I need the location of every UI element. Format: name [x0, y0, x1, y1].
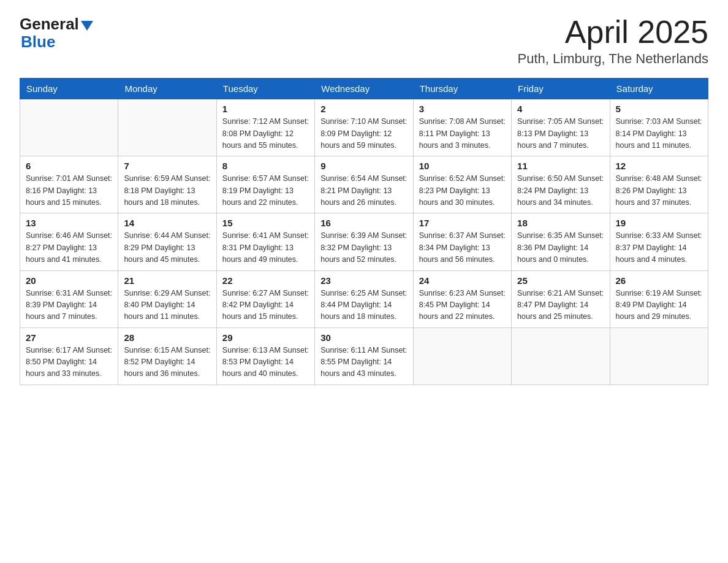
calendar-cell: 24Sunrise: 6:23 AM Sunset: 8:45 PM Dayli… [413, 270, 511, 327]
calendar-week-row: 27Sunrise: 6:17 AM Sunset: 8:50 PM Dayli… [20, 327, 708, 385]
day-info: Sunrise: 6:21 AM Sunset: 8:47 PM Dayligh… [517, 288, 604, 323]
day-info: Sunrise: 6:29 AM Sunset: 8:40 PM Dayligh… [124, 288, 210, 323]
column-header-tuesday: Tuesday [216, 79, 314, 99]
day-info: Sunrise: 6:44 AM Sunset: 8:29 PM Dayligh… [124, 230, 210, 266]
column-header-thursday: Thursday [413, 79, 511, 99]
day-info: Sunrise: 6:39 AM Sunset: 8:32 PM Dayligh… [320, 230, 407, 266]
day-number: 24 [419, 275, 506, 286]
day-info: Sunrise: 6:17 AM Sunset: 8:50 PM Dayligh… [26, 345, 112, 380]
day-number: 27 [26, 332, 112, 343]
title-block: April 2025 Puth, Limburg, The Netherland… [518, 15, 708, 67]
logo-general-text: General [20, 15, 79, 34]
calendar-cell: 29Sunrise: 6:13 AM Sunset: 8:53 PM Dayli… [216, 327, 314, 385]
day-info: Sunrise: 6:54 AM Sunset: 8:21 PM Dayligh… [320, 173, 407, 209]
day-info: Sunrise: 7:05 AM Sunset: 8:13 PM Dayligh… [517, 116, 604, 151]
calendar-cell: 26Sunrise: 6:19 AM Sunset: 8:49 PM Dayli… [610, 270, 708, 327]
column-header-sunday: Sunday [20, 79, 118, 99]
column-header-monday: Monday [118, 79, 216, 99]
calendar-cell: 1Sunrise: 7:12 AM Sunset: 8:08 PM Daylig… [216, 99, 314, 156]
day-number: 21 [124, 275, 210, 286]
day-number: 28 [124, 332, 210, 343]
day-info: Sunrise: 6:23 AM Sunset: 8:45 PM Dayligh… [419, 288, 506, 323]
calendar-cell: 2Sunrise: 7:10 AM Sunset: 8:09 PM Daylig… [315, 99, 413, 156]
logo-triangle-icon [81, 21, 93, 31]
day-number: 13 [26, 218, 112, 228]
calendar-cell [20, 99, 118, 156]
day-number: 3 [419, 104, 506, 114]
day-number: 1 [222, 104, 309, 114]
calendar-cell: 12Sunrise: 6:48 AM Sunset: 8:26 PM Dayli… [610, 156, 708, 213]
day-number: 12 [616, 161, 702, 171]
day-number: 26 [616, 275, 702, 286]
day-number: 14 [124, 218, 210, 228]
day-info: Sunrise: 6:31 AM Sunset: 8:39 PM Dayligh… [26, 288, 112, 323]
calendar-cell: 30Sunrise: 6:11 AM Sunset: 8:55 PM Dayli… [315, 327, 413, 385]
calendar-cell: 20Sunrise: 6:31 AM Sunset: 8:39 PM Dayli… [20, 270, 118, 327]
calendar-cell: 16Sunrise: 6:39 AM Sunset: 8:32 PM Dayli… [315, 213, 413, 270]
day-info: Sunrise: 6:48 AM Sunset: 8:26 PM Dayligh… [616, 173, 702, 209]
calendar-week-row: 6Sunrise: 7:01 AM Sunset: 8:16 PM Daylig… [20, 156, 708, 213]
day-number: 9 [320, 161, 407, 171]
calendar-week-row: 1Sunrise: 7:12 AM Sunset: 8:08 PM Daylig… [20, 99, 708, 156]
day-info: Sunrise: 7:10 AM Sunset: 8:09 PM Dayligh… [320, 116, 407, 151]
calendar-cell: 22Sunrise: 6:27 AM Sunset: 8:42 PM Dayli… [216, 270, 314, 327]
calendar-cell: 15Sunrise: 6:41 AM Sunset: 8:31 PM Dayli… [216, 213, 314, 270]
calendar-body: 1Sunrise: 7:12 AM Sunset: 8:08 PM Daylig… [20, 99, 708, 385]
day-info: Sunrise: 7:01 AM Sunset: 8:16 PM Dayligh… [26, 173, 112, 209]
logo-blue-text: Blue [21, 33, 55, 52]
day-number: 30 [320, 332, 407, 343]
day-number: 8 [222, 161, 309, 171]
column-header-friday: Friday [512, 79, 610, 99]
day-info: Sunrise: 6:19 AM Sunset: 8:49 PM Dayligh… [616, 288, 702, 323]
calendar-cell: 28Sunrise: 6:15 AM Sunset: 8:52 PM Dayli… [118, 327, 216, 385]
day-info: Sunrise: 7:03 AM Sunset: 8:14 PM Dayligh… [616, 116, 702, 151]
day-info: Sunrise: 6:37 AM Sunset: 8:34 PM Dayligh… [419, 230, 506, 266]
calendar-cell: 7Sunrise: 6:59 AM Sunset: 8:18 PM Daylig… [118, 156, 216, 213]
day-info: Sunrise: 6:35 AM Sunset: 8:36 PM Dayligh… [517, 230, 604, 266]
calendar-cell [512, 327, 610, 385]
calendar-cell: 5Sunrise: 7:03 AM Sunset: 8:14 PM Daylig… [610, 99, 708, 156]
day-info: Sunrise: 6:25 AM Sunset: 8:44 PM Dayligh… [320, 288, 407, 323]
day-number: 18 [517, 218, 604, 228]
day-info: Sunrise: 6:46 AM Sunset: 8:27 PM Dayligh… [26, 230, 112, 266]
header: General Blue April 2025 Puth, Limburg, T… [20, 15, 708, 67]
calendar-cell: 27Sunrise: 6:17 AM Sunset: 8:50 PM Dayli… [20, 327, 118, 385]
day-info: Sunrise: 6:59 AM Sunset: 8:18 PM Dayligh… [124, 173, 210, 209]
day-number: 16 [320, 218, 407, 228]
calendar-cell: 25Sunrise: 6:21 AM Sunset: 8:47 PM Dayli… [512, 270, 610, 327]
calendar-cell: 19Sunrise: 6:33 AM Sunset: 8:37 PM Dayli… [610, 213, 708, 270]
day-info: Sunrise: 7:08 AM Sunset: 8:11 PM Dayligh… [419, 116, 506, 151]
column-header-wednesday: Wednesday [315, 79, 413, 99]
calendar-cell [610, 327, 708, 385]
calendar-cell: 14Sunrise: 6:44 AM Sunset: 8:29 PM Dayli… [118, 213, 216, 270]
calendar-cell [413, 327, 511, 385]
day-info: Sunrise: 6:11 AM Sunset: 8:55 PM Dayligh… [320, 345, 407, 380]
day-number: 11 [517, 161, 604, 171]
day-info: Sunrise: 6:27 AM Sunset: 8:42 PM Dayligh… [222, 288, 309, 323]
calendar-week-row: 20Sunrise: 6:31 AM Sunset: 8:39 PM Dayli… [20, 270, 708, 327]
day-number: 5 [616, 104, 702, 114]
logo: General Blue [20, 15, 93, 52]
day-number: 15 [222, 218, 309, 228]
day-number: 6 [26, 161, 112, 171]
day-info: Sunrise: 6:13 AM Sunset: 8:53 PM Dayligh… [222, 345, 309, 380]
day-info: Sunrise: 6:57 AM Sunset: 8:19 PM Dayligh… [222, 173, 309, 209]
day-number: 10 [419, 161, 506, 171]
day-info: Sunrise: 6:41 AM Sunset: 8:31 PM Dayligh… [222, 230, 309, 266]
day-number: 22 [222, 275, 309, 286]
calendar-cell: 21Sunrise: 6:29 AM Sunset: 8:40 PM Dayli… [118, 270, 216, 327]
calendar-cell: 18Sunrise: 6:35 AM Sunset: 8:36 PM Dayli… [512, 213, 610, 270]
column-header-saturday: Saturday [610, 79, 708, 99]
day-info: Sunrise: 6:52 AM Sunset: 8:23 PM Dayligh… [419, 173, 506, 209]
calendar-cell: 3Sunrise: 7:08 AM Sunset: 8:11 PM Daylig… [413, 99, 511, 156]
calendar-cell: 9Sunrise: 6:54 AM Sunset: 8:21 PM Daylig… [315, 156, 413, 213]
day-info: Sunrise: 6:15 AM Sunset: 8:52 PM Dayligh… [124, 345, 210, 380]
day-info: Sunrise: 6:33 AM Sunset: 8:37 PM Dayligh… [616, 230, 702, 266]
calendar-header-row: SundayMondayTuesdayWednesdayThursdayFrid… [20, 79, 708, 99]
calendar-table: SundayMondayTuesdayWednesdayThursdayFrid… [20, 78, 708, 385]
day-info: Sunrise: 6:50 AM Sunset: 8:24 PM Dayligh… [517, 173, 604, 209]
day-number: 25 [517, 275, 604, 286]
calendar-title: April 2025 [518, 15, 708, 50]
day-number: 19 [616, 218, 702, 228]
calendar-cell: 17Sunrise: 6:37 AM Sunset: 8:34 PM Dayli… [413, 213, 511, 270]
